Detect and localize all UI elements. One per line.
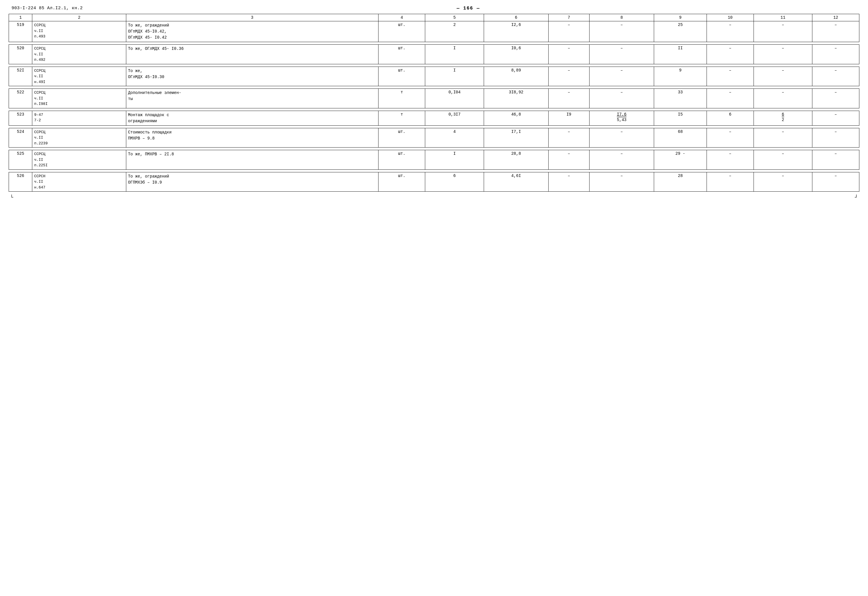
header-center: — 166 — — [457, 6, 480, 11]
cell-col11: – — [754, 45, 812, 64]
spacer-row — [9, 108, 859, 111]
cell-unit: шт. — [378, 172, 425, 192]
col-header-2: 2 — [32, 14, 126, 21]
cell-col5: 2 — [425, 21, 484, 42]
cell-unit: шт. — [378, 150, 425, 170]
cell-unit: шт. — [378, 66, 425, 86]
table-row: 5239-47 7-2Монтаж площадок с ограждениям… — [9, 111, 859, 125]
cell-col7: – — [548, 128, 589, 148]
cell-col12: – — [812, 172, 859, 192]
cell-col6: 4,6I — [484, 172, 548, 192]
cell-col8: – — [589, 45, 654, 64]
table-row: 525ССРСЦ ч.II п.225IТо же, ПМХРВ – 2I.8ш… — [9, 150, 859, 170]
header-row: 1 2 3 4 5 6 7 8 9 10 11 12 — [9, 14, 859, 21]
spacer-row — [9, 64, 859, 66]
col-header-1: 1 — [9, 14, 32, 21]
cell-description: То же, ПМХРВ – 2I.8 — [126, 150, 378, 170]
corner-bl: └ — [10, 195, 13, 200]
cell-row-num: 526 — [9, 172, 32, 192]
table-row: 526ССРСН ч.II н.647То же, ограждений ОГП… — [9, 172, 859, 192]
col-header-9: 9 — [654, 14, 707, 21]
cell-row-num: 525 — [9, 150, 32, 170]
cell-description: То же, ОГлМДХ 45- I0.36 — [126, 45, 378, 64]
col-header-3: 3 — [126, 14, 378, 21]
cell-col7: I9 — [548, 111, 589, 125]
cell-col8: – — [589, 150, 654, 170]
table-row: 519ССРСЦ ч.II п.493То же, ограждений ОГп… — [9, 21, 859, 42]
cell-col9: II — [654, 45, 707, 64]
cell-col6: I2,6 — [484, 21, 548, 42]
cell-col11: 62 — [754, 111, 812, 125]
col-header-4: 4 — [378, 14, 425, 21]
table-row: 522ССРСЦ ч.II п.I98IДополнительные элеме… — [9, 89, 859, 108]
cell-reference: ССРСЦ ч.II п.2239 — [32, 128, 126, 148]
page-header: 903-I-224 85 Ал.I2.1, кн.2 — 166 — — [9, 6, 859, 11]
cell-reference: ССРСЦ ч.II п.I98I — [32, 89, 126, 108]
cell-col8: – — [589, 21, 654, 42]
cell-col5: 0,3I7 — [425, 111, 484, 125]
cell-reference: ССРСЦ ч.II п.492 — [32, 45, 126, 64]
col-header-5: 5 — [425, 14, 484, 21]
cell-col7: – — [548, 150, 589, 170]
cell-col8: – — [589, 89, 654, 108]
cell-unit: шт. — [378, 128, 425, 148]
cell-col7: – — [548, 21, 589, 42]
cell-col8: I7,65,43 — [589, 111, 654, 125]
col-header-8: 8 — [589, 14, 654, 21]
cell-col11: – — [754, 172, 812, 192]
cell-col9: 25 — [654, 21, 707, 42]
cell-col9: 28 — [654, 172, 707, 192]
cell-col12: – — [812, 21, 859, 42]
cell-col7: – — [548, 45, 589, 64]
cell-col12: – — [812, 89, 859, 108]
cell-col6: I0,6 — [484, 45, 548, 64]
col-header-10: 10 — [707, 14, 754, 21]
corner-br: ┘ — [855, 195, 858, 200]
cell-unit: т — [378, 111, 425, 125]
cell-description: Дополнительные элемен- ты — [126, 89, 378, 108]
col-header-12: 12 — [812, 14, 859, 21]
cell-col6: 3I8,92 — [484, 89, 548, 108]
cell-reference: ССРСЦ ч.II н.49I — [32, 66, 126, 86]
cell-col12: – — [812, 150, 859, 170]
cell-col8: – — [589, 66, 654, 86]
cell-col5: 0,I04 — [425, 89, 484, 108]
cell-col12: – — [812, 66, 859, 86]
cell-reference: ССРСЦ ч.II п.225I — [32, 150, 126, 170]
cell-col10: – — [707, 45, 754, 64]
cell-col6: 28,8 — [484, 150, 548, 170]
cell-description: То же, ограждений ОГПМХЭб – I0.9 — [126, 172, 378, 192]
cell-row-num: 520 — [9, 45, 32, 64]
col-header-7: 7 — [548, 14, 589, 21]
cell-col5: 6 — [425, 172, 484, 192]
cell-description: Стоимость площадки ПМХРВ – 9.8 — [126, 128, 378, 148]
cell-col10: – — [707, 66, 754, 86]
cell-reference: 9-47 7-2 — [32, 111, 126, 125]
cell-col6: 46,8 — [484, 111, 548, 125]
cell-description: То же, ОГлМДХ 45-I0.30 — [126, 66, 378, 86]
cell-col7: – — [548, 89, 589, 108]
col-header-6: 6 — [484, 14, 548, 21]
cell-col9: 29 - — [654, 150, 707, 170]
cell-col11: – — [754, 66, 812, 86]
cell-description: Монтаж площадок с ограждениями — [126, 111, 378, 125]
cell-col5: I — [425, 66, 484, 86]
header-left: 903-I-224 85 Ал.I2.1, кн.2 — [12, 6, 83, 11]
cell-description: То же, ограждений ОГпМДХ 45-I0.42, ОГлМД… — [126, 21, 378, 42]
cell-col9: 33 — [654, 89, 707, 108]
header-right — [854, 6, 856, 11]
spacer-row — [9, 125, 859, 128]
col-header-11: 11 — [754, 14, 812, 21]
table-row: 52IССРСЦ ч.II н.49IТо же, ОГлМДХ 45-I0.3… — [9, 66, 859, 86]
cell-col9: 68 — [654, 128, 707, 148]
table-row: 524ССРСЦ ч.II п.2239Стоимость площадки П… — [9, 128, 859, 148]
cell-col7: – — [548, 66, 589, 86]
cell-col11: – — [754, 128, 812, 148]
cell-col12: – — [812, 111, 859, 125]
cell-col5: I — [425, 45, 484, 64]
cell-col10: – — [707, 89, 754, 108]
spacer-row — [9, 42, 859, 45]
cell-row-num: 524 — [9, 128, 32, 148]
cell-col5: 4 — [425, 128, 484, 148]
cell-row-num: 522 — [9, 89, 32, 108]
